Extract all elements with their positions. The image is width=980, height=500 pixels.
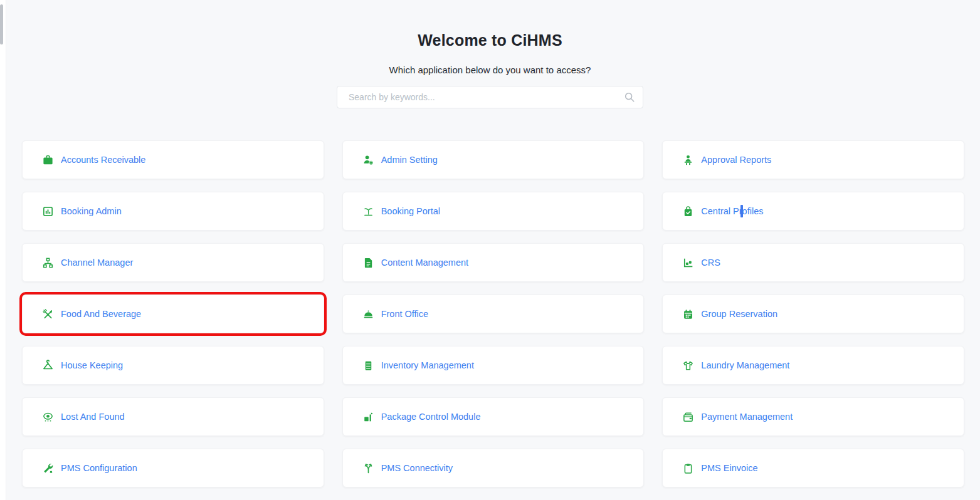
- bag-check-icon: [682, 206, 694, 217]
- hanger-icon: [42, 360, 54, 372]
- app-card-accounts-receivable[interactable]: Accounts Receivable: [22, 140, 324, 179]
- cabinet-icon: [362, 360, 374, 372]
- search-input[interactable]: [337, 86, 643, 108]
- app-card-lost-and-found[interactable]: Lost And Found: [22, 397, 324, 436]
- wrench-icon: [42, 462, 54, 474]
- app-card-central-profiles[interactable]: Central Profiles: [662, 192, 964, 231]
- app-card-label: PMS Connectivity: [381, 463, 453, 473]
- app-card-label: Group Reservation: [701, 309, 777, 319]
- app-grid: Accounts Receivable Admin Setting Approv…: [22, 140, 964, 487]
- eye-icon: [42, 411, 54, 423]
- user-gear-icon: [362, 154, 374, 166]
- app-card-label: House Keeping: [61, 360, 123, 370]
- briefcase-icon: [42, 154, 54, 166]
- app-card-approval-reports[interactable]: Approval Reports: [662, 140, 964, 179]
- app-card-label: Food And Beverage: [61, 309, 141, 319]
- app-card-group-reservation[interactable]: Group Reservation: [662, 294, 964, 333]
- wallet-icon: [682, 411, 694, 423]
- app-card-food-and-beverage[interactable]: Food And Beverage: [22, 294, 324, 333]
- scatter-chart-icon: [682, 257, 694, 269]
- cloche-icon: [362, 308, 374, 320]
- app-card-label: Payment Management: [701, 412, 793, 422]
- app-card-content-management[interactable]: Content Management: [342, 243, 645, 282]
- app-card-label: Booking Portal: [381, 206, 440, 216]
- app-card-label: Accounts Receivable: [61, 155, 145, 165]
- app-card-house-keeping[interactable]: House Keeping: [22, 346, 324, 385]
- app-card-label: Booking Admin: [61, 206, 122, 216]
- app-card-label: Front Office: [381, 309, 428, 319]
- app-card-label: Package Control Module: [381, 412, 481, 422]
- page-title: Welcome to CiHMS: [0, 0, 980, 49]
- fork-knife-icon: [42, 308, 54, 320]
- app-card-inventory-management[interactable]: Inventory Management: [342, 346, 645, 385]
- app-card-label: Content Management: [381, 258, 468, 268]
- calendar-icon: [682, 308, 694, 320]
- app-card-booking-admin[interactable]: Booking Admin: [22, 192, 324, 231]
- app-card-package-control-module[interactable]: Package Control Module: [342, 397, 645, 436]
- app-card-pms-einvoice[interactable]: PMS Einvoice: [662, 449, 964, 487]
- app-card-label: Central Profiles: [701, 206, 763, 216]
- app-card-label: Inventory Management: [381, 360, 474, 370]
- app-card-pms-connectivity[interactable]: PMS Connectivity: [342, 449, 645, 487]
- page-subtitle: Which application below do you want to a…: [0, 65, 980, 75]
- user-report-icon: [682, 154, 694, 166]
- app-card-label: CRS: [701, 258, 720, 268]
- app-card-label: Channel Manager: [61, 258, 133, 268]
- page-header: Welcome to CiHMS Which application below…: [0, 0, 980, 108]
- search-box: [337, 86, 643, 108]
- clipboard-icon: [682, 462, 694, 474]
- bar-chart-icon: [42, 206, 54, 217]
- shirt-icon: [682, 360, 694, 372]
- org-chart-icon: [42, 257, 54, 269]
- app-card-label: Admin Setting: [381, 155, 438, 165]
- app-card-laundry-management[interactable]: Laundry Management: [662, 346, 964, 385]
- app-card-pms-configuration[interactable]: PMS Configuration: [22, 449, 324, 487]
- app-card-payment-management[interactable]: Payment Management: [662, 397, 964, 436]
- app-card-label: Lost And Found: [61, 412, 125, 422]
- document-icon: [362, 257, 374, 269]
- palm-tree-icon: [362, 206, 374, 217]
- app-card-channel-manager[interactable]: Channel Manager: [22, 243, 324, 282]
- app-card-label: PMS Configuration: [61, 463, 137, 473]
- app-card-admin-setting[interactable]: Admin Setting: [342, 140, 645, 179]
- branch-icon: [362, 462, 374, 474]
- app-card-front-office[interactable]: Front Office: [342, 294, 645, 333]
- app-card-label: Laundry Management: [701, 360, 789, 370]
- left-scrollbar[interactable]: [0, 0, 6, 500]
- app-card-label: Approval Reports: [701, 155, 771, 165]
- app-card-label: PMS Einvoice: [701, 463, 757, 473]
- app-card-booking-portal[interactable]: Booking Portal: [342, 192, 645, 231]
- scrollbar-thumb[interactable]: [0, 4, 3, 44]
- package-chart-icon: [362, 411, 374, 423]
- app-card-crs[interactable]: CRS: [662, 243, 964, 282]
